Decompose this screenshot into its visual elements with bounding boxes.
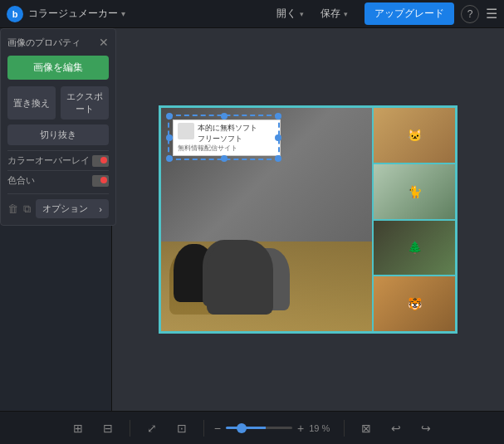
collage-side-cells: 🐱 🐈 🌲 🐯 <box>372 108 455 331</box>
image-properties-panel: 画像のプロパティ ✕ 画像を編集 置き換え エクスポート 切り抜き カラーオーバ… <box>0 28 116 226</box>
crop-icon[interactable]: ⊡ <box>170 417 193 440</box>
color-blend-label: 色合い <box>7 174 35 187</box>
help-button[interactable]: ? <box>461 5 479 23</box>
app-chevron-icon: ▾ <box>121 9 125 18</box>
export-button[interactable]: エクスポート <box>61 86 109 120</box>
banner-subtext: 無料情報配信サイト <box>178 144 276 153</box>
panel-title: 画像のプロパティ <box>7 37 81 49</box>
upgrade-button[interactable]: アップグレード <box>365 2 454 25</box>
side-cell-2[interactable]: 🐈 <box>372 163 455 219</box>
open-menu[interactable]: 開く ▾ <box>268 3 312 24</box>
crop-button[interactable]: 切り抜き <box>7 124 109 145</box>
zoom-controls: − + 19 % <box>214 422 334 435</box>
topbar: b コラージュメーカー ▾ 開く ▾ 保存 ▾ アップグレード ? ☰ <box>0 0 504 28</box>
replace-button[interactable]: 置き換え <box>7 86 56 120</box>
color-blend-icon[interactable] <box>92 175 109 187</box>
app-name: コラージュメーカー <box>28 7 118 21</box>
delete-icon[interactable]: 🗑 <box>7 202 18 215</box>
collage-wrapper[interactable]: 本的に無料ソフト フリーソフト 無料情報配信サイト <box>159 105 458 334</box>
color-overlay-icon[interactable] <box>92 155 109 167</box>
separator-3 <box>344 420 345 437</box>
zoom-in-button[interactable]: + <box>297 422 304 435</box>
side-cell-4[interactable]: 🐯 <box>372 275 455 331</box>
hamburger-menu[interactable]: ☰ <box>486 6 497 22</box>
expand-icon[interactable]: ⤢ <box>140 417 164 440</box>
options-button[interactable]: オプション › <box>36 199 109 218</box>
edit-image-button[interactable]: 画像を編集 <box>7 56 109 80</box>
save-chevron-icon: ▾ <box>344 10 348 18</box>
separator-1 <box>130 420 130 437</box>
collage-banner: 本的に無料ソフト フリーソフト 無料情報配信サイト <box>173 120 281 156</box>
replace-export-row: 置き換え エクスポート <box>7 86 109 120</box>
undo-icon[interactable]: ↩ <box>384 417 408 440</box>
color-overlay-label: カラーオーバーレイ <box>7 154 90 167</box>
side-cell-1[interactable]: 🐱 <box>372 108 455 163</box>
zoom-slider[interactable] <box>226 427 292 429</box>
fit-icon[interactable]: ⊠ <box>355 417 378 440</box>
zoom-value: 19 % <box>309 423 334 433</box>
options-chevron-icon: › <box>99 204 102 214</box>
panel-close-button[interactable]: ✕ <box>99 36 109 49</box>
color-overlay-row: カラーオーバーレイ <box>7 150 109 170</box>
panel-footer: 🗑 ⧉ オプション › <box>7 193 109 218</box>
redo-icon[interactable]: ↪ <box>414 417 438 440</box>
collage-inner: 本的に無料ソフト フリーソフト 無料情報配信サイト <box>161 108 455 331</box>
collage-main-cell[interactable]: 本的に無料ソフト フリーソフト 無料情報配信サイト <box>161 108 372 331</box>
color-blend-row: 色合い <box>7 170 109 190</box>
save-menu[interactable]: 保存 ▾ <box>312 3 356 24</box>
panel-header: 画像のプロパティ ✕ <box>7 36 109 49</box>
canvas-area[interactable]: 本的に無料ソフト フリーソフト 無料情報配信サイト <box>112 28 504 411</box>
bottombar: ⊞ ⊟ ⤢ ⊡ − + 19 % ⊠ ↩ ↪ <box>0 411 504 444</box>
main-area: グラフィック ? コンビーナ 基本シェイプ ★ 画像のプロパティ ✕ 画像を編集 <box>0 28 504 411</box>
side-cell-3[interactable]: 🌲 <box>372 219 455 276</box>
duplicate-icon[interactable]: ⧉ <box>23 202 31 216</box>
separator-2 <box>203 420 204 437</box>
layers-icon[interactable]: ⊞ <box>66 417 90 440</box>
banner-icon <box>178 123 194 139</box>
app-logo: b <box>7 6 23 22</box>
save-icon[interactable]: ⊟ <box>96 417 120 440</box>
open-chevron-icon: ▾ <box>300 10 304 18</box>
zoom-out-button[interactable]: − <box>214 422 221 435</box>
